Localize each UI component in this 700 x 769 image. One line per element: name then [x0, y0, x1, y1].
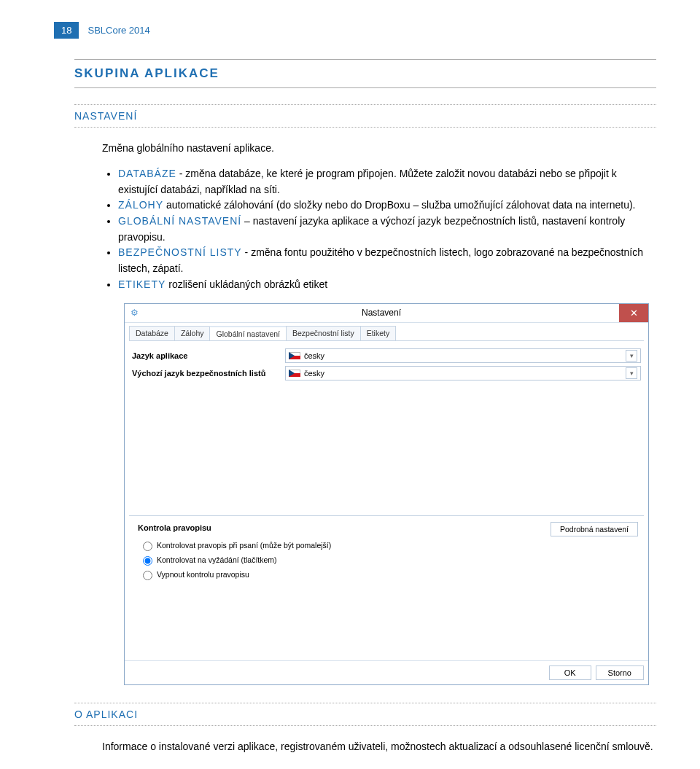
bullet-labels: ETIKETY rozlišení ukládaných obrázků eti…	[118, 277, 656, 293]
dialog-tabstrip: Databáze Zálohy Globální nastavení Bezpe…	[125, 323, 648, 340]
tab-labels[interactable]: Etikety	[360, 326, 397, 340]
page-header: 18 SBLCore 2014	[54, 22, 656, 39]
select-bls-language-value: česky	[304, 369, 324, 378]
select-bls-language[interactable]: česky ▾	[285, 366, 641, 380]
fieldset-spellcheck-title: Kontrola pravopisu	[135, 523, 214, 532]
bullet-database-text: - změna databáze, ke které je program př…	[118, 168, 617, 195]
bullet-database: DATABÁZE - změna databáze, ke které je p…	[118, 166, 656, 198]
bullet-labels-text: rozlišení ukládaných obrázků etiket	[166, 278, 327, 290]
doc-title: SBLCore 2014	[79, 22, 158, 39]
select-app-language-value: česky	[304, 351, 324, 360]
dialog-titlebar: ⚙ Nastavení ✕	[125, 304, 648, 323]
tab-backups[interactable]: Zálohy	[174, 326, 211, 340]
czech-flag-icon	[289, 370, 300, 377]
bullet-safety-sheets: BEZPEČNOSTNÍ LISTY - změna fontu použité…	[118, 245, 656, 276]
dialog-title: Nastavení	[144, 308, 619, 318]
ok-button[interactable]: OK	[549, 665, 591, 680]
about-text: Informace o instalované verzi aplikace, …	[102, 739, 656, 754]
keyword-backups: ZÁLOHY	[118, 199, 163, 211]
dialog-body: Jazyk aplikace česky ▾ Výchozí jazyk bez…	[129, 340, 644, 428]
close-button[interactable]: ✕	[619, 304, 648, 322]
bullet-backups-text: automatické zálohování (do složky nebo d…	[163, 199, 636, 211]
page-number: 18	[54, 22, 79, 39]
tab-database[interactable]: Databáze	[129, 326, 175, 340]
row-app-language: Jazyk aplikace česky ▾	[132, 348, 641, 363]
settings-bullet-list: DATABÁZE - změna databáze, ke které je p…	[98, 166, 656, 293]
radio-spellcheck-off[interactable]: Vypnout kontrolu pravopisu	[135, 567, 638, 582]
bullet-global-settings: GLOBÁLNÍ NASTAVENÍ – nastavení jazyka ap…	[118, 214, 656, 245]
tab-global-settings[interactable]: Globální nastavení	[209, 326, 287, 340]
settings-intro: Změna globálního nastavení aplikace.	[102, 141, 656, 156]
row-bls-language: Výchozí jazyk bezpečnostních listů česky…	[132, 366, 641, 380]
radio-spellcheck-typing[interactable]: Kontrolovat pravopis při psaní (může být…	[135, 538, 638, 553]
select-app-language[interactable]: česky ▾	[285, 348, 641, 363]
radio-label: Vypnout kontrolu pravopisu	[157, 570, 249, 579]
keyword-labels: ETIKETY	[118, 278, 166, 290]
section-heading-settings: NASTAVENÍ	[74, 104, 656, 128]
radio-spellcheck-ondemand[interactable]: Kontrolovat na vyžádání (tlačítkem)	[135, 553, 638, 567]
fieldset-spellcheck: Kontrola pravopisu Podrobná nastavení Ko…	[129, 515, 644, 589]
chevron-down-icon: ▾	[626, 367, 637, 379]
section-heading-about: O APLIKACI	[74, 703, 656, 726]
radio-input[interactable]	[143, 571, 152, 580]
cancel-button[interactable]: Storno	[596, 665, 644, 680]
bullet-backups: ZÁLOHY automatické zálohování (do složky…	[118, 198, 656, 214]
keyword-global-settings: GLOBÁLNÍ NASTAVENÍ	[118, 215, 241, 227]
radio-label: Kontrolovat na vyžádání (tlačítkem)	[157, 555, 277, 564]
gear-icon: ⚙	[125, 308, 144, 318]
radio-input[interactable]	[143, 556, 152, 566]
czech-flag-icon	[289, 352, 300, 359]
detailed-settings-button[interactable]: Podrobná nastavení	[551, 522, 638, 536]
keyword-database: DATABÁZE	[118, 168, 176, 179]
tab-safety-sheets[interactable]: Bezpečnostní listy	[286, 326, 361, 340]
label-bls-language: Výchozí jazyk bezpečnostních listů	[132, 369, 285, 378]
chevron-down-icon: ▾	[626, 350, 637, 362]
keyword-safety-sheets: BEZPEČNOSTNÍ LISTY	[118, 246, 242, 258]
dialog-footer: OK Storno	[125, 660, 648, 684]
radio-label: Kontrolovat pravopis při psaní (může být…	[157, 541, 331, 550]
section-heading-app-group: SKUPINA APLIKACE	[74, 59, 656, 88]
radio-input[interactable]	[143, 542, 152, 551]
label-app-language: Jazyk aplikace	[132, 351, 285, 360]
settings-dialog: ⚙ Nastavení ✕ Databáze Zálohy Globální n…	[124, 303, 649, 685]
